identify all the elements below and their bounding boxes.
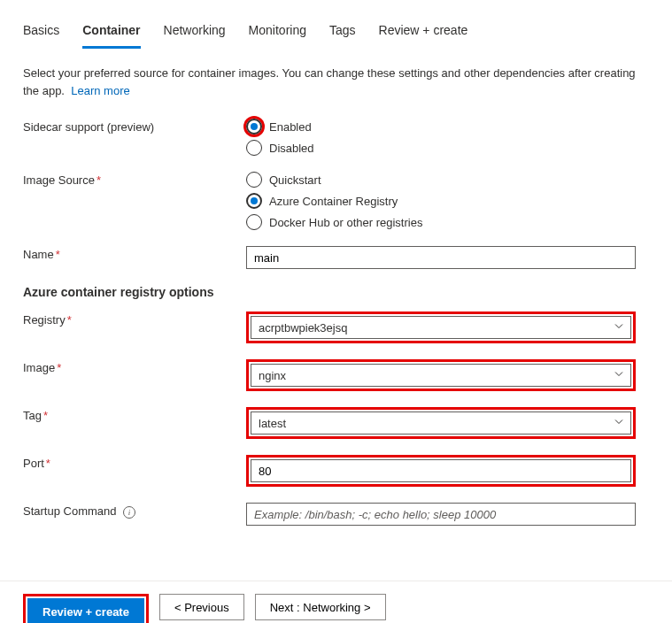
name-label: Name*: [23, 246, 246, 261]
tag-dropdown[interactable]: latest: [251, 411, 631, 435]
radio-icon: [246, 172, 262, 188]
image-source-label: Image Source*: [23, 172, 246, 187]
radio-source-docker[interactable]: Docker Hub or other registries: [246, 214, 636, 230]
description: Select your preferred source for contain…: [23, 65, 649, 99]
tag-label: Tag*: [23, 407, 246, 422]
tab-tags[interactable]: Tags: [329, 18, 356, 49]
radio-icon: [246, 214, 262, 230]
info-icon[interactable]: i: [123, 506, 135, 519]
acr-section-heading: Azure container registry options: [23, 285, 649, 299]
tabs: Basics Container Networking Monitoring T…: [23, 18, 649, 49]
port-input[interactable]: [251, 459, 631, 482]
image-dropdown[interactable]: nginx: [251, 364, 631, 387]
radio-sidecar-disabled[interactable]: Disabled: [246, 140, 636, 156]
dropdown-value: latest: [259, 417, 286, 430]
radio-sidecar-enabled[interactable]: Enabled: [246, 119, 636, 135]
radio-label: Quickstart: [269, 173, 321, 187]
chevron-down-icon: [614, 321, 624, 335]
radio-label: Docker Hub or other registries: [269, 216, 422, 229]
startup-label: Startup Command i: [23, 503, 246, 519]
tab-review[interactable]: Review + create: [379, 18, 468, 49]
dropdown-value: acrptbwpiek3ejsq: [259, 321, 347, 335]
learn-more-link[interactable]: Learn more: [71, 84, 129, 97]
tab-networking[interactable]: Networking: [164, 18, 226, 49]
chevron-down-icon: [614, 369, 624, 382]
radio-label: Disabled: [269, 142, 314, 155]
tab-container[interactable]: Container: [82, 18, 140, 49]
next-button[interactable]: Next : Networking >: [255, 594, 386, 620]
registry-dropdown[interactable]: acrptbwpiek3ejsq: [251, 316, 631, 339]
review-create-button[interactable]: Review + create: [27, 598, 144, 623]
tab-basics[interactable]: Basics: [23, 18, 59, 49]
radio-icon: [246, 140, 262, 156]
radio-source-acr[interactable]: Azure Container Registry: [246, 193, 636, 209]
radio-icon: [246, 119, 262, 135]
radio-icon: [246, 193, 262, 209]
image-label: Image*: [23, 359, 246, 374]
radio-label: Azure Container Registry: [269, 195, 398, 208]
port-label: Port*: [23, 455, 246, 470]
name-input[interactable]: [246, 246, 636, 269]
startup-input[interactable]: [246, 503, 636, 526]
radio-source-quickstart[interactable]: Quickstart: [246, 172, 636, 188]
dropdown-value: nginx: [259, 369, 286, 382]
radio-label: Enabled: [269, 120, 312, 134]
chevron-down-icon: [614, 417, 624, 430]
footer: Review + create < Previous Next : Networ…: [0, 581, 672, 623]
tab-monitoring[interactable]: Monitoring: [249, 18, 306, 49]
sidecar-label: Sidecar support (preview): [23, 119, 246, 134]
previous-button[interactable]: < Previous: [159, 594, 244, 620]
registry-label: Registry*: [23, 312, 246, 327]
